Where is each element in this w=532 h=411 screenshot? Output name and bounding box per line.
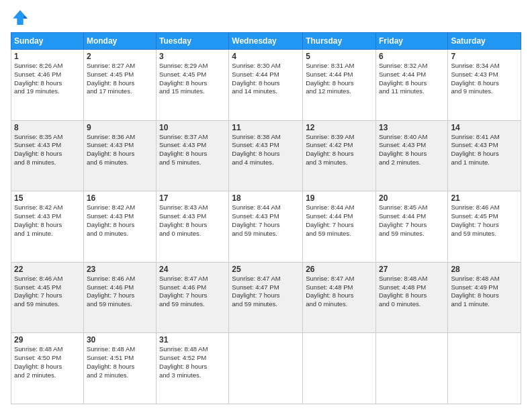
page: Sunday Monday Tuesday Wednesday Thursday… xyxy=(0,0,532,411)
calendar-week-5: 29Sunrise: 8:48 AM Sunset: 4:50 PM Dayli… xyxy=(11,333,521,404)
day-info: Sunrise: 8:46 AM Sunset: 4:45 PM Dayligh… xyxy=(14,275,81,309)
table-row: 28Sunrise: 8:48 AM Sunset: 4:49 PM Dayli… xyxy=(448,262,521,333)
day-number: 8 xyxy=(14,123,81,132)
table-row: 6Sunrise: 8:32 AM Sunset: 4:44 PM Daylig… xyxy=(375,50,447,121)
table-row: 16Sunrise: 8:42 AM Sunset: 4:43 PM Dayli… xyxy=(83,191,156,263)
table-row: 3Sunrise: 8:29 AM Sunset: 4:45 PM Daylig… xyxy=(157,50,229,121)
day-number: 25 xyxy=(232,265,300,274)
day-info: Sunrise: 8:42 AM Sunset: 4:43 PM Dayligh… xyxy=(87,203,153,238)
table-row: 23Sunrise: 8:46 AM Sunset: 4:46 PM Dayli… xyxy=(83,262,156,333)
logo-icon xyxy=(11,8,30,27)
table-row xyxy=(229,333,303,404)
table-row: 19Sunrise: 8:44 AM Sunset: 4:44 PM Dayli… xyxy=(303,191,376,263)
day-number: 2 xyxy=(87,52,153,61)
header-friday: Friday xyxy=(375,33,447,50)
day-info: Sunrise: 8:48 AM Sunset: 4:48 PM Dayligh… xyxy=(379,275,445,309)
day-number: 12 xyxy=(306,123,373,132)
table-row: 10Sunrise: 8:37 AM Sunset: 4:43 PM Dayli… xyxy=(157,120,229,191)
day-number: 5 xyxy=(306,52,373,61)
day-info: Sunrise: 8:43 AM Sunset: 4:43 PM Dayligh… xyxy=(159,203,226,238)
day-number: 18 xyxy=(232,193,300,203)
table-row: 7Sunrise: 8:34 AM Sunset: 4:43 PM Daylig… xyxy=(448,50,521,121)
table-row: 1Sunrise: 8:26 AM Sunset: 4:46 PM Daylig… xyxy=(11,50,84,121)
day-number: 20 xyxy=(379,193,445,203)
day-info: Sunrise: 8:47 AM Sunset: 4:46 PM Dayligh… xyxy=(159,275,226,309)
day-info: Sunrise: 8:46 AM Sunset: 4:46 PM Dayligh… xyxy=(87,275,153,309)
day-info: Sunrise: 8:38 AM Sunset: 4:43 PM Dayligh… xyxy=(232,133,300,167)
table-row: 18Sunrise: 8:44 AM Sunset: 4:43 PM Dayli… xyxy=(229,191,303,263)
day-number: 13 xyxy=(379,123,445,132)
day-number: 30 xyxy=(87,335,153,345)
day-number: 4 xyxy=(232,52,300,61)
day-number: 1 xyxy=(14,52,81,61)
table-row: 17Sunrise: 8:43 AM Sunset: 4:43 PM Dayli… xyxy=(157,191,229,263)
day-info: Sunrise: 8:35 AM Sunset: 4:43 PM Dayligh… xyxy=(14,133,81,167)
day-info: Sunrise: 8:48 AM Sunset: 4:52 PM Dayligh… xyxy=(159,345,226,379)
calendar-week-1: 1Sunrise: 8:26 AM Sunset: 4:46 PM Daylig… xyxy=(11,50,521,121)
day-number: 24 xyxy=(159,265,226,274)
table-row: 25Sunrise: 8:47 AM Sunset: 4:47 PM Dayli… xyxy=(229,262,303,333)
day-number: 27 xyxy=(379,265,445,274)
table-row: 20Sunrise: 8:45 AM Sunset: 4:44 PM Dayli… xyxy=(375,191,447,263)
table-row: 22Sunrise: 8:46 AM Sunset: 4:45 PM Dayli… xyxy=(11,262,84,333)
day-number: 17 xyxy=(159,193,226,203)
header xyxy=(11,8,521,27)
logo xyxy=(11,8,32,27)
day-number: 10 xyxy=(159,123,226,132)
header-wednesday: Wednesday xyxy=(229,33,303,50)
day-info: Sunrise: 8:47 AM Sunset: 4:47 PM Dayligh… xyxy=(232,275,300,309)
table-row: 5Sunrise: 8:31 AM Sunset: 4:44 PM Daylig… xyxy=(303,50,376,121)
day-info: Sunrise: 8:46 AM Sunset: 4:45 PM Dayligh… xyxy=(451,203,518,238)
day-info: Sunrise: 8:26 AM Sunset: 4:46 PM Dayligh… xyxy=(14,62,81,96)
day-number: 7 xyxy=(451,52,518,61)
table-row: 30Sunrise: 8:48 AM Sunset: 4:51 PM Dayli… xyxy=(83,333,156,404)
calendar-week-2: 8Sunrise: 8:35 AM Sunset: 4:43 PM Daylig… xyxy=(11,120,521,191)
day-number: 29 xyxy=(14,335,81,345)
calendar-week-4: 22Sunrise: 8:46 AM Sunset: 4:45 PM Dayli… xyxy=(11,262,521,333)
header-saturday: Saturday xyxy=(448,33,521,50)
day-number: 22 xyxy=(14,265,81,274)
calendar: Sunday Monday Tuesday Wednesday Thursday… xyxy=(11,32,521,404)
table-row: 12Sunrise: 8:39 AM Sunset: 4:42 PM Dayli… xyxy=(303,120,376,191)
table-row: 29Sunrise: 8:48 AM Sunset: 4:50 PM Dayli… xyxy=(11,333,84,404)
day-info: Sunrise: 8:40 AM Sunset: 4:43 PM Dayligh… xyxy=(379,133,445,167)
table-row: 13Sunrise: 8:40 AM Sunset: 4:43 PM Dayli… xyxy=(375,120,447,191)
table-row: 8Sunrise: 8:35 AM Sunset: 4:43 PM Daylig… xyxy=(11,120,84,191)
header-sunday: Sunday xyxy=(11,33,84,50)
table-row xyxy=(303,333,376,404)
header-tuesday: Tuesday xyxy=(157,33,229,50)
day-info: Sunrise: 8:47 AM Sunset: 4:48 PM Dayligh… xyxy=(306,275,373,309)
day-info: Sunrise: 8:27 AM Sunset: 4:45 PM Dayligh… xyxy=(87,62,153,96)
calendar-header-row: Sunday Monday Tuesday Wednesday Thursday… xyxy=(11,33,521,50)
day-number: 6 xyxy=(379,52,445,61)
table-row: 11Sunrise: 8:38 AM Sunset: 4:43 PM Dayli… xyxy=(229,120,303,191)
day-info: Sunrise: 8:29 AM Sunset: 4:45 PM Dayligh… xyxy=(159,62,226,96)
day-info: Sunrise: 8:34 AM Sunset: 4:43 PM Dayligh… xyxy=(451,62,518,96)
header-monday: Monday xyxy=(83,33,156,50)
table-row: 9Sunrise: 8:36 AM Sunset: 4:43 PM Daylig… xyxy=(83,120,156,191)
table-row: 2Sunrise: 8:27 AM Sunset: 4:45 PM Daylig… xyxy=(83,50,156,121)
day-info: Sunrise: 8:44 AM Sunset: 4:44 PM Dayligh… xyxy=(306,203,373,238)
day-number: 21 xyxy=(451,193,518,203)
day-info: Sunrise: 8:31 AM Sunset: 4:44 PM Dayligh… xyxy=(306,62,373,96)
day-info: Sunrise: 8:44 AM Sunset: 4:43 PM Dayligh… xyxy=(232,203,300,238)
day-number: 3 xyxy=(159,52,226,61)
calendar-week-3: 15Sunrise: 8:42 AM Sunset: 4:43 PM Dayli… xyxy=(11,191,521,263)
table-row: 15Sunrise: 8:42 AM Sunset: 4:43 PM Dayli… xyxy=(11,191,84,263)
table-row xyxy=(375,333,447,404)
day-number: 11 xyxy=(232,123,300,132)
table-row: 4Sunrise: 8:30 AM Sunset: 4:44 PM Daylig… xyxy=(229,50,303,121)
day-info: Sunrise: 8:41 AM Sunset: 4:43 PM Dayligh… xyxy=(451,133,518,167)
day-info: Sunrise: 8:30 AM Sunset: 4:44 PM Dayligh… xyxy=(232,62,300,96)
day-info: Sunrise: 8:48 AM Sunset: 4:51 PM Dayligh… xyxy=(87,345,153,379)
day-number: 14 xyxy=(451,123,518,132)
table-row: 21Sunrise: 8:46 AM Sunset: 4:45 PM Dayli… xyxy=(448,191,521,263)
day-info: Sunrise: 8:32 AM Sunset: 4:44 PM Dayligh… xyxy=(379,62,445,96)
day-number: 31 xyxy=(159,335,226,345)
table-row: 31Sunrise: 8:48 AM Sunset: 4:52 PM Dayli… xyxy=(157,333,229,404)
day-info: Sunrise: 8:42 AM Sunset: 4:43 PM Dayligh… xyxy=(14,203,81,238)
day-number: 26 xyxy=(306,265,373,274)
day-number: 23 xyxy=(87,265,153,274)
table-row: 27Sunrise: 8:48 AM Sunset: 4:48 PM Dayli… xyxy=(375,262,447,333)
day-info: Sunrise: 8:36 AM Sunset: 4:43 PM Dayligh… xyxy=(87,133,153,167)
